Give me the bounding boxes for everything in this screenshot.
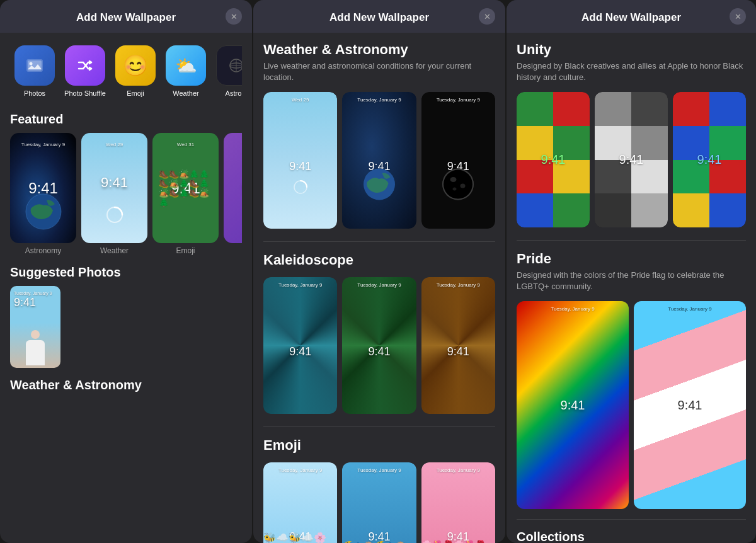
weather-moon-date: Tuesday, January 9: [421, 97, 495, 103]
svg-point-18: [442, 169, 474, 200]
unity-header: Unity Designed by Black creatives and al…: [517, 42, 746, 83]
cat-emoji[interactable]: 😊 Emoji: [113, 45, 158, 97]
featured-extra[interactable]: 9:41: [224, 133, 242, 255]
right-panel-header: Add New Wallpaper ✕: [507, 0, 756, 33]
weather-sky-card[interactable]: Wed 29 9:41: [263, 92, 337, 229]
middle-panel-scroll: Weather & Astronomy Live weather and ast…: [253, 33, 505, 543]
featured-emoji-label: Emoji: [152, 246, 219, 255]
pride-card-2[interactable]: Tuesday, January 9 9:41: [634, 301, 746, 508]
cat-shuffle[interactable]: Photo Shuffle: [63, 45, 107, 97]
kaleido-gold-time: 9:41: [447, 345, 469, 358]
featured-weather-date: Wed 29: [81, 142, 147, 147]
middle-close-button[interactable]: ✕: [479, 8, 495, 25]
cat-emoji-label: Emoji: [127, 89, 144, 97]
right-panel-scroll: Unity Designed by Black creatives and al…: [507, 33, 756, 543]
unity-desc: Designed by Black creatives and allies a…: [517, 60, 746, 83]
right-panel: Add New Wallpaper ✕ Unity Designed by Bl…: [507, 0, 756, 543]
weather-moon-card[interactable]: Tuesday, January 9 9:41: [421, 92, 495, 229]
featured-emoji[interactable]: Wed 31 9:41 🥾🥾🏕️🌲🌲🥾🏕️🌲🥾🌲🏕️🥾🌲🥾🏕️🌲 Emoji: [152, 133, 219, 255]
left-panel-title: Add New Wallpaper: [76, 11, 176, 24]
weather-astro-grid: Wed 29 9:41 Tuesday, January 9 9:: [263, 92, 495, 229]
unity-card-2[interactable]: Tuesday, January 9 9:41: [595, 92, 668, 227]
left-close-button[interactable]: ✕: [226, 8, 242, 25]
kaleidoscope-title: Kaleidoscope: [263, 252, 495, 268]
emoji-flower-card[interactable]: Tuesday, January 9 9:41 🌸🌺🌹🌸🌺🌹🌸🌺🌹🌸: [421, 462, 495, 543]
svg-point-12: [364, 169, 395, 200]
emoji-section-header: Emoji: [263, 437, 495, 454]
right-divider-2: [517, 519, 746, 520]
kaleido-teal-time: 9:41: [289, 345, 311, 358]
cat-weather[interactable]: ⛅ Weather: [164, 45, 208, 97]
pride-grid: Tuesday, January 9 9:41 Tuesday, January…: [517, 301, 746, 508]
kaleido-gold-date: Tuesday, January 9: [421, 282, 495, 288]
pride-1-date: Tuesday, January 9: [517, 306, 629, 312]
featured-astronomy-date: Tuesday, January 9: [10, 142, 76, 147]
featured-weather[interactable]: Wed 29 9:41 Weather: [81, 133, 147, 255]
kaleido-green-card[interactable]: Tuesday, January 9 9:41: [342, 277, 416, 414]
collections-title: Collections: [517, 530, 746, 543]
weather-astro-title: Weather & Astronomy: [263, 42, 495, 58]
astro-icon: [216, 45, 242, 86]
middle-divider-2: [263, 426, 495, 427]
right-divider-1: [517, 240, 746, 241]
unity-3-time: 9:41: [697, 152, 722, 167]
suggested-title: Suggested Photos: [10, 265, 242, 280]
right-panel-title: Add New Wallpaper: [581, 11, 681, 24]
middle-panel-header: Add New Wallpaper ✕: [253, 0, 505, 33]
left-panel-header: Add New Wallpaper ✕: [0, 0, 252, 33]
middle-divider-1: [263, 241, 495, 242]
unity-grid: Tuesday, January 9 9:41: [517, 92, 746, 227]
suggested-photo-1[interactable]: Tuesday, January 9 9:41: [10, 286, 60, 368]
cat-astro-label: Astro...: [226, 89, 242, 97]
weather-sky-date: Wed 29: [263, 97, 337, 103]
weather-icon: ⛅: [166, 45, 206, 86]
pride-title: Pride: [517, 251, 746, 267]
unity-card-3[interactable]: Tuesday, January 9 9:41: [673, 92, 746, 227]
middle-panel: Add New Wallpaper ✕ Weather & Astronomy …: [253, 0, 505, 543]
pride-header: Pride Designed with the colors of the Pr…: [517, 251, 746, 292]
unity-card-1[interactable]: Tuesday, January 9 9:41: [517, 92, 590, 227]
weather-astro-header: Weather & Astronomy Live weather and ast…: [263, 42, 495, 83]
featured-emoji-inner: Wed 31 9:41 🥾🥾🏕️🌲🌲🥾🏕️🌲🥾🌲🏕️🥾🌲🥾🏕️🌲: [152, 133, 219, 243]
left-panel: Add New Wallpaper ✕ Photos: [0, 0, 252, 543]
right-close-button[interactable]: ✕: [730, 8, 746, 25]
cat-astro[interactable]: Astro...: [214, 45, 242, 97]
kaleido-teal-card[interactable]: Tuesday, January 9 9:41: [263, 277, 337, 414]
cat-photos-label: Photos: [24, 89, 45, 97]
pride-desc: Designed with the colors of the Pride fl…: [517, 270, 746, 292]
weather-sky-time: 9:41: [289, 160, 311, 173]
emoji-grid: Tuesday, January 9 9:41 🐝☁️🐝☁️🌸🐝☁️🐝🌸☁️🐝 …: [263, 462, 495, 543]
unity-1-time: 9:41: [541, 152, 566, 167]
kaleidoscope-grid: Tuesday, January 9 9:41 Tuesday, January…: [263, 277, 495, 414]
emoji-fish-card[interactable]: Tuesday, January 9 9:41 🐠🐟🐡🐠🐟🐡🐠🐟🐡🐠: [342, 462, 416, 543]
featured-weather-time: 9:41: [101, 174, 128, 191]
svg-point-2: [30, 62, 33, 66]
featured-weather-inner: Wed 29 9:41: [81, 133, 147, 243]
collections-section: Collections Tuesday, January 9 9:41 Tues…: [517, 530, 746, 543]
pride-card-1[interactable]: Tuesday, January 9 9:41: [517, 301, 629, 508]
left-panel-scroll: Photos Photo Shuffle 😊 Emoji ⛅: [0, 33, 252, 543]
pride-1-time: 9:41: [561, 397, 585, 412]
cat-weather-label: Weather: [173, 89, 198, 97]
featured-weather-label: Weather: [81, 246, 147, 255]
photos-icon: [14, 45, 55, 86]
kaleido-teal-date: Tuesday, January 9: [263, 282, 337, 288]
bottom-section: Weather & Astronomy: [10, 378, 242, 392]
featured-astronomy-label: Astronomy: [10, 246, 76, 255]
featured-astronomy-inner: Tuesday, January 9 9:41: [10, 133, 76, 243]
emoji-bee-card[interactable]: Tuesday, January 9 9:41 🐝☁️🐝☁️🌸🐝☁️🐝🌸☁️🐝: [263, 462, 337, 543]
weather-astro-desc: Live weather and astronomical conditions…: [263, 60, 495, 83]
kaleido-green-time: 9:41: [368, 345, 390, 358]
suggested-row: Tuesday, January 9 9:41: [10, 286, 242, 368]
kaleido-green-date: Tuesday, January 9: [342, 282, 416, 288]
category-icons-row: Photos Photo Shuffle 😊 Emoji ⛅: [10, 42, 242, 105]
weather-earth-card[interactable]: Tuesday, January 9 9:41: [342, 92, 416, 229]
kaleido-gold-card[interactable]: Tuesday, January 9 9:41: [421, 277, 495, 414]
featured-astronomy[interactable]: Tuesday, January 9 9:41 Astronomy: [10, 133, 76, 255]
cat-photos[interactable]: Photos: [13, 45, 57, 97]
unity-title: Unity: [517, 42, 746, 58]
bottom-section-title: Weather & Astronomy: [10, 378, 242, 392]
featured-title: Featured: [10, 112, 242, 127]
featured-row: Tuesday, January 9 9:41 Astronomy Wed 29: [10, 133, 242, 255]
emoji-icon: 😊: [115, 45, 156, 86]
